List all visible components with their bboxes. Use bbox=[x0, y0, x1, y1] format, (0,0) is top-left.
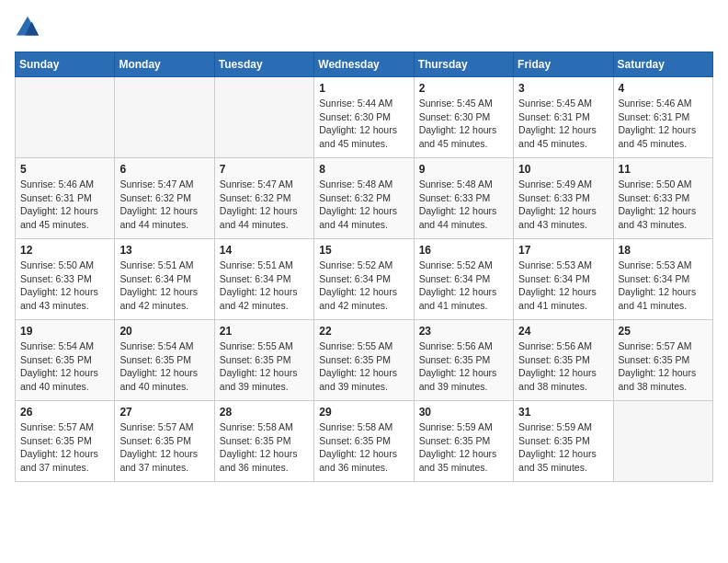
calendar-cell: 10Sunrise: 5:49 AM Sunset: 6:33 PM Dayli… bbox=[514, 158, 613, 239]
calendar-cell: 28Sunrise: 5:58 AM Sunset: 6:35 PM Dayli… bbox=[214, 401, 313, 482]
calendar-table: SundayMondayTuesdayWednesdayThursdayFrid… bbox=[15, 52, 713, 482]
calendar-cell bbox=[613, 401, 712, 482]
day-number: 8 bbox=[319, 163, 408, 176]
day-number: 13 bbox=[119, 244, 209, 257]
calendar-week-row: 5Sunrise: 5:46 AM Sunset: 6:31 PM Daylig… bbox=[16, 158, 713, 239]
day-info: Sunrise: 5:53 AM Sunset: 6:34 PM Dayligh… bbox=[518, 259, 608, 313]
day-info: Sunrise: 5:59 AM Sunset: 6:35 PM Dayligh… bbox=[419, 420, 508, 475]
weekday-header: Thursday bbox=[414, 52, 513, 77]
day-info: Sunrise: 5:58 AM Sunset: 6:35 PM Dayligh… bbox=[319, 420, 408, 475]
weekday-header: Friday bbox=[514, 52, 613, 77]
page-header bbox=[15, 15, 713, 40]
day-number: 28 bbox=[220, 406, 309, 419]
day-number: 5 bbox=[20, 163, 109, 176]
day-info: Sunrise: 5:53 AM Sunset: 6:34 PM Dayligh… bbox=[619, 259, 708, 313]
calendar-cell: 30Sunrise: 5:59 AM Sunset: 6:35 PM Dayli… bbox=[414, 401, 513, 482]
day-number: 26 bbox=[20, 406, 109, 419]
calendar-cell: 13Sunrise: 5:51 AM Sunset: 6:34 PM Dayli… bbox=[115, 239, 214, 320]
day-number: 27 bbox=[119, 406, 209, 419]
calendar-cell: 17Sunrise: 5:53 AM Sunset: 6:34 PM Dayli… bbox=[514, 239, 613, 320]
day-info: Sunrise: 5:50 AM Sunset: 6:33 PM Dayligh… bbox=[619, 178, 708, 232]
day-number: 1 bbox=[319, 82, 408, 95]
day-info: Sunrise: 5:55 AM Sunset: 6:35 PM Dayligh… bbox=[220, 339, 309, 394]
day-number: 7 bbox=[220, 163, 309, 176]
calendar-cell: 19Sunrise: 5:54 AM Sunset: 6:35 PM Dayli… bbox=[16, 320, 115, 401]
day-info: Sunrise: 5:56 AM Sunset: 6:35 PM Dayligh… bbox=[419, 339, 508, 394]
day-number: 29 bbox=[319, 406, 408, 419]
day-info: Sunrise: 5:52 AM Sunset: 6:34 PM Dayligh… bbox=[319, 259, 408, 313]
day-number: 25 bbox=[619, 325, 708, 338]
day-number: 9 bbox=[419, 163, 508, 176]
calendar-cell: 24Sunrise: 5:56 AM Sunset: 6:35 PM Dayli… bbox=[514, 320, 613, 401]
weekday-header: Tuesday bbox=[214, 52, 313, 77]
calendar-cell: 18Sunrise: 5:53 AM Sunset: 6:34 PM Dayli… bbox=[613, 239, 712, 320]
day-number: 3 bbox=[518, 82, 608, 95]
calendar-cell bbox=[115, 77, 214, 158]
day-number: 19 bbox=[20, 325, 109, 338]
calendar-header-row: SundayMondayTuesdayWednesdayThursdayFrid… bbox=[16, 52, 713, 77]
logo-icon bbox=[15, 15, 40, 40]
calendar-cell: 15Sunrise: 5:52 AM Sunset: 6:34 PM Dayli… bbox=[314, 239, 414, 320]
calendar-body: 1Sunrise: 5:44 AM Sunset: 6:30 PM Daylig… bbox=[16, 77, 713, 482]
day-number: 22 bbox=[319, 325, 408, 338]
day-number: 20 bbox=[119, 325, 209, 338]
calendar-cell: 1Sunrise: 5:44 AM Sunset: 6:30 PM Daylig… bbox=[314, 77, 414, 158]
day-number: 31 bbox=[518, 406, 608, 419]
day-number: 10 bbox=[518, 163, 608, 176]
day-number: 17 bbox=[518, 244, 608, 257]
day-info: Sunrise: 5:46 AM Sunset: 6:31 PM Dayligh… bbox=[20, 178, 109, 232]
calendar-cell: 3Sunrise: 5:45 AM Sunset: 6:31 PM Daylig… bbox=[514, 77, 613, 158]
calendar-cell: 14Sunrise: 5:51 AM Sunset: 6:34 PM Dayli… bbox=[214, 239, 313, 320]
day-info: Sunrise: 5:47 AM Sunset: 6:32 PM Dayligh… bbox=[220, 178, 309, 232]
day-info: Sunrise: 5:56 AM Sunset: 6:35 PM Dayligh… bbox=[518, 339, 608, 394]
calendar-week-row: 19Sunrise: 5:54 AM Sunset: 6:35 PM Dayli… bbox=[16, 320, 713, 401]
calendar-cell: 9Sunrise: 5:48 AM Sunset: 6:33 PM Daylig… bbox=[414, 158, 513, 239]
calendar-cell: 16Sunrise: 5:52 AM Sunset: 6:34 PM Dayli… bbox=[414, 239, 513, 320]
calendar-cell: 11Sunrise: 5:50 AM Sunset: 6:33 PM Dayli… bbox=[613, 158, 712, 239]
day-number: 4 bbox=[619, 82, 708, 95]
day-info: Sunrise: 5:45 AM Sunset: 6:31 PM Dayligh… bbox=[518, 97, 608, 151]
day-number: 15 bbox=[319, 244, 408, 257]
calendar-cell: 8Sunrise: 5:48 AM Sunset: 6:32 PM Daylig… bbox=[314, 158, 414, 239]
calendar-cell: 7Sunrise: 5:47 AM Sunset: 6:32 PM Daylig… bbox=[214, 158, 313, 239]
calendar-cell: 23Sunrise: 5:56 AM Sunset: 6:35 PM Dayli… bbox=[414, 320, 513, 401]
calendar-cell: 21Sunrise: 5:55 AM Sunset: 6:35 PM Dayli… bbox=[214, 320, 313, 401]
calendar-cell: 4Sunrise: 5:46 AM Sunset: 6:31 PM Daylig… bbox=[613, 77, 712, 158]
calendar-cell: 25Sunrise: 5:57 AM Sunset: 6:35 PM Dayli… bbox=[613, 320, 712, 401]
weekday-header: Wednesday bbox=[314, 52, 414, 77]
logo bbox=[15, 15, 42, 40]
day-number: 12 bbox=[20, 244, 109, 257]
day-number: 18 bbox=[619, 244, 708, 257]
calendar-cell: 20Sunrise: 5:54 AM Sunset: 6:35 PM Dayli… bbox=[115, 320, 214, 401]
calendar-cell: 31Sunrise: 5:59 AM Sunset: 6:35 PM Dayli… bbox=[514, 401, 613, 482]
day-info: Sunrise: 5:51 AM Sunset: 6:34 PM Dayligh… bbox=[220, 259, 309, 313]
day-info: Sunrise: 5:54 AM Sunset: 6:35 PM Dayligh… bbox=[20, 339, 109, 394]
calendar-cell: 2Sunrise: 5:45 AM Sunset: 6:30 PM Daylig… bbox=[414, 77, 513, 158]
calendar-cell bbox=[16, 77, 115, 158]
day-info: Sunrise: 5:47 AM Sunset: 6:32 PM Dayligh… bbox=[119, 178, 209, 232]
day-number: 6 bbox=[119, 163, 209, 176]
day-number: 16 bbox=[419, 244, 508, 257]
day-number: 11 bbox=[619, 163, 708, 176]
weekday-header: Monday bbox=[115, 52, 214, 77]
calendar-cell: 6Sunrise: 5:47 AM Sunset: 6:32 PM Daylig… bbox=[115, 158, 214, 239]
calendar-cell: 22Sunrise: 5:55 AM Sunset: 6:35 PM Dayli… bbox=[314, 320, 414, 401]
calendar-week-row: 12Sunrise: 5:50 AM Sunset: 6:33 PM Dayli… bbox=[16, 239, 713, 320]
day-info: Sunrise: 5:58 AM Sunset: 6:35 PM Dayligh… bbox=[220, 420, 309, 475]
day-info: Sunrise: 5:48 AM Sunset: 6:33 PM Dayligh… bbox=[419, 178, 508, 232]
day-info: Sunrise: 5:51 AM Sunset: 6:34 PM Dayligh… bbox=[119, 259, 209, 313]
day-info: Sunrise: 5:48 AM Sunset: 6:32 PM Dayligh… bbox=[319, 178, 408, 232]
weekday-header: Sunday bbox=[16, 52, 115, 77]
day-info: Sunrise: 5:57 AM Sunset: 6:35 PM Dayligh… bbox=[119, 420, 209, 475]
day-number: 24 bbox=[518, 325, 608, 338]
calendar-cell: 12Sunrise: 5:50 AM Sunset: 6:33 PM Dayli… bbox=[16, 239, 115, 320]
day-info: Sunrise: 5:57 AM Sunset: 6:35 PM Dayligh… bbox=[20, 420, 109, 475]
day-info: Sunrise: 5:52 AM Sunset: 6:34 PM Dayligh… bbox=[419, 259, 508, 313]
calendar-cell: 26Sunrise: 5:57 AM Sunset: 6:35 PM Dayli… bbox=[16, 401, 115, 482]
day-info: Sunrise: 5:49 AM Sunset: 6:33 PM Dayligh… bbox=[518, 178, 608, 232]
calendar-cell: 5Sunrise: 5:46 AM Sunset: 6:31 PM Daylig… bbox=[16, 158, 115, 239]
calendar-week-row: 1Sunrise: 5:44 AM Sunset: 6:30 PM Daylig… bbox=[16, 77, 713, 158]
weekday-header: Saturday bbox=[613, 52, 712, 77]
day-info: Sunrise: 5:44 AM Sunset: 6:30 PM Dayligh… bbox=[319, 97, 408, 151]
day-info: Sunrise: 5:54 AM Sunset: 6:35 PM Dayligh… bbox=[119, 339, 209, 394]
